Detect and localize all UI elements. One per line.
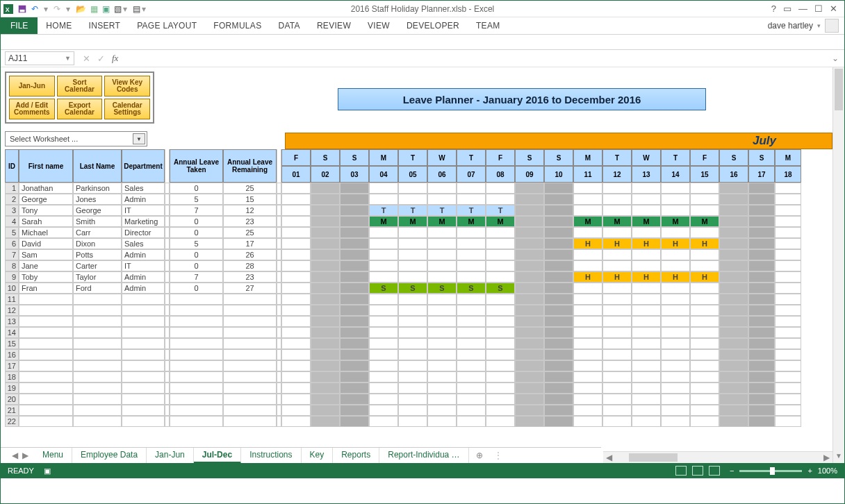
cell-last[interactable]: Carr (73, 227, 122, 238)
cell-dept[interactable] (122, 294, 165, 305)
cell-day-13[interactable] (632, 305, 661, 316)
cell-remain[interactable]: 25 (223, 183, 277, 194)
cell-day-04[interactable] (369, 349, 398, 360)
cell-day-04[interactable]: T (369, 205, 398, 216)
cell-day-17[interactable] (748, 260, 775, 271)
cell-day-18[interactable] (775, 338, 801, 349)
cell-day-17[interactable] (748, 294, 775, 305)
cell-day-13[interactable]: H (632, 238, 661, 249)
cell-day-05[interactable] (398, 294, 427, 305)
tab-view[interactable]: VIEW (359, 17, 398, 34)
worksheet-select[interactable]: Select Worksheet ... ▼ (5, 131, 147, 146)
cell-day-13[interactable] (632, 205, 661, 216)
cell-day-06[interactable] (427, 349, 457, 360)
cell-day-13[interactable] (632, 227, 661, 238)
cell-day-06[interactable] (427, 249, 457, 260)
cell-day-18[interactable] (775, 327, 801, 338)
close-icon[interactable]: ✕ (830, 3, 837, 14)
cell-day-01[interactable] (281, 249, 311, 260)
cell-taken[interactable] (170, 360, 223, 371)
cell-day-01[interactable] (281, 338, 311, 349)
cell-day-04[interactable] (369, 249, 398, 260)
cell-day-13[interactable] (632, 327, 661, 338)
jan-jun-button[interactable]: Jan-Jun (9, 76, 55, 96)
cell-day-17[interactable] (748, 349, 775, 360)
cell-day-15[interactable] (690, 283, 719, 294)
cell-day-17[interactable] (748, 371, 775, 383)
cell-day-11[interactable] (573, 283, 602, 294)
cell-remain[interactable]: 17 (223, 238, 277, 249)
cell-first[interactable]: Sam (19, 249, 73, 260)
cell-day-02[interactable] (311, 349, 340, 360)
cell-day-15[interactable] (690, 327, 719, 338)
cell-day-18[interactable] (775, 249, 801, 260)
cell-day-14[interactable]: H (661, 271, 690, 283)
cell-day-01[interactable] (281, 305, 311, 316)
cell-day-05[interactable]: T (398, 205, 427, 216)
cell-day-05[interactable] (398, 360, 427, 371)
cell-day-18[interactable] (775, 371, 801, 383)
cell-dept[interactable]: Director (122, 227, 165, 238)
cell-day-07[interactable] (457, 338, 486, 349)
cell-day-06[interactable] (427, 338, 457, 349)
cell-day-13[interactable] (632, 349, 661, 360)
cell-day-14[interactable] (661, 260, 690, 271)
cell-day-05[interactable] (398, 260, 427, 271)
tab-formulas[interactable]: FORMULAS (205, 17, 270, 34)
cell-first[interactable] (19, 316, 73, 327)
cell-day-17[interactable] (748, 216, 775, 227)
cell-day-03[interactable] (340, 405, 369, 416)
cell-day-10[interactable] (544, 283, 573, 294)
cell-day-15[interactable]: H (690, 238, 719, 249)
cell-day-13[interactable] (632, 283, 661, 294)
cell-day-12[interactable] (602, 316, 632, 327)
cell-day-12[interactable]: H (602, 271, 632, 283)
cell-day-05[interactable] (398, 338, 427, 349)
cell-day-10[interactable] (544, 205, 573, 216)
cell-day-14[interactable] (661, 305, 690, 316)
undo-icon[interactable]: ↶ (31, 4, 38, 14)
cell-first[interactable] (19, 383, 73, 394)
cell-day-14[interactable] (661, 227, 690, 238)
cell-day-03[interactable] (340, 416, 369, 427)
cell-day-15[interactable] (690, 383, 719, 394)
cell-day-07[interactable] (457, 305, 486, 316)
cell-day-06[interactable] (427, 194, 457, 205)
cell-day-17[interactable] (748, 316, 775, 327)
add-sheet-button[interactable]: ⊕ (469, 451, 490, 460)
cell-day-14[interactable] (661, 416, 690, 427)
cell-day-09[interactable] (515, 360, 544, 371)
cell-day-08[interactable]: M (486, 216, 515, 227)
cell-dept[interactable]: Marketing (122, 216, 165, 227)
spell-icon[interactable]: ▤▾ (133, 4, 147, 14)
cell-day-09[interactable] (515, 216, 544, 227)
cell-day-16[interactable] (719, 327, 748, 338)
cell-id[interactable]: 18 (5, 371, 19, 383)
cell-day-08[interactable] (486, 416, 515, 427)
cell-day-08[interactable] (486, 327, 515, 338)
cell-day-07[interactable] (457, 249, 486, 260)
cell-day-11[interactable] (573, 305, 602, 316)
cell-dept[interactable]: Admin (122, 283, 165, 294)
cell-day-14[interactable] (661, 338, 690, 349)
cell-day-01[interactable] (281, 327, 311, 338)
cell-day-13[interactable] (632, 183, 661, 194)
cell-day-01[interactable] (281, 371, 311, 383)
cell-day-02[interactable] (311, 327, 340, 338)
calendar-settings-button[interactable]: Calendar Settings (104, 99, 150, 119)
cell-remain[interactable]: 26 (223, 249, 277, 260)
cell-day-16[interactable] (719, 227, 748, 238)
cell-day-07[interactable] (457, 416, 486, 427)
cell-day-10[interactable] (544, 216, 573, 227)
tab-nav-next-icon[interactable]: ▶ (22, 451, 28, 460)
export-calendar-button[interactable]: Export Calendar (57, 99, 103, 119)
cell-remain[interactable] (223, 294, 277, 305)
cell-day-09[interactable] (515, 338, 544, 349)
cell-day-06[interactable] (427, 371, 457, 383)
macro-record-icon[interactable]: ▣ (44, 467, 51, 476)
cell-day-07[interactable]: S (457, 283, 486, 294)
cell-day-02[interactable] (311, 249, 340, 260)
cell-id[interactable]: 11 (5, 294, 19, 305)
cell-day-10[interactable] (544, 405, 573, 416)
cell-day-16[interactable] (719, 349, 748, 360)
